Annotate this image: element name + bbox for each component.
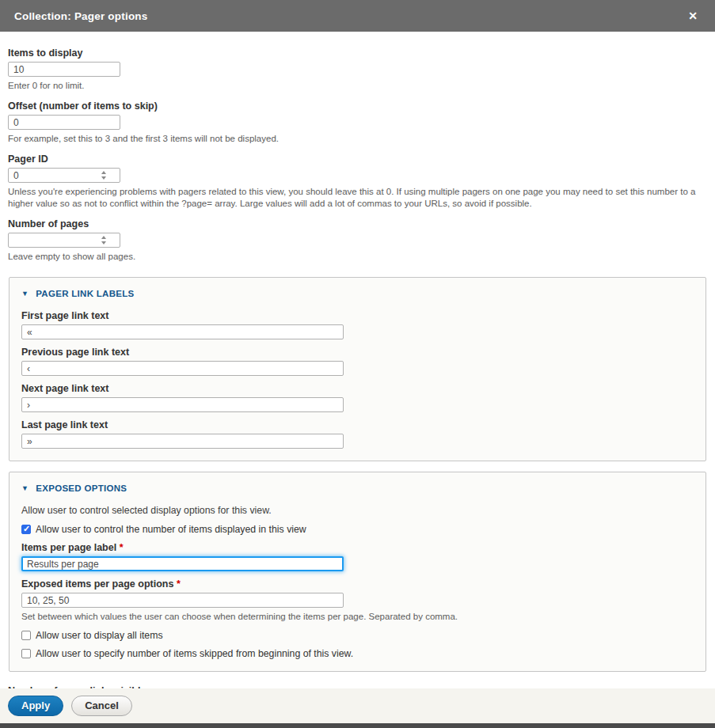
- fieldset-pager-link-labels: ▼ PAGER LINK LABELS First page link text…: [9, 277, 706, 461]
- offset-description: For example, set this to 3 and the first…: [8, 133, 701, 145]
- offset-input[interactable]: [8, 115, 120, 130]
- chevron-down-icon: ▼: [21, 290, 29, 298]
- dialog-title: Collection: Pager options: [14, 10, 685, 22]
- form-item-pager-id: Pager ID Unless you're experiencing prob…: [8, 154, 707, 210]
- number-of-pages-label: Number of pages: [8, 218, 707, 230]
- dialog-action-pane: Apply Cancel: [0, 688, 715, 723]
- number-spinner-icon[interactable]: [100, 171, 107, 180]
- last-page-link-label: Last page link text: [21, 419, 694, 431]
- exposed-options-legend[interactable]: ▼ EXPOSED OPTIONS: [21, 483, 694, 493]
- checkbox-skip-items[interactable]: Allow user to specify number of items sk…: [21, 648, 694, 659]
- form-item-previous-page-link: Previous page link text: [21, 347, 694, 376]
- pager-link-labels-legend[interactable]: ▼ PAGER LINK LABELS: [21, 289, 694, 298]
- required-asterisk: *: [177, 578, 181, 590]
- items-to-display-label: Items to display: [8, 47, 707, 59]
- form-item-items-per-page-label: Items per page label *: [21, 542, 694, 571]
- items-to-display-description: Enter 0 for no limit.: [8, 80, 701, 92]
- form-item-last-page-link: Last page link text: [21, 419, 694, 449]
- exposed-items-options-input[interactable]: [21, 593, 344, 608]
- page-background-strip: [0, 723, 715, 728]
- checkbox-display-all-items-label: Allow user to display all items: [36, 630, 163, 641]
- checkbox-unchecked-icon[interactable]: [21, 631, 31, 640]
- checkbox-checked-icon[interactable]: [21, 525, 31, 534]
- exposed-items-options-label-text: Exposed items per page options: [21, 578, 173, 590]
- fieldset-exposed-options: ▼ EXPOSED OPTIONS Allow user to control …: [9, 472, 706, 672]
- items-per-page-label-label: Items per page label *: [21, 542, 694, 554]
- apply-button[interactable]: Apply: [8, 696, 63, 716]
- exposed-options-description: Allow user to control selected display o…: [21, 505, 694, 516]
- pager-link-labels-legend-text: PAGER LINK LABELS: [36, 289, 134, 298]
- checkbox-display-all-items[interactable]: Allow user to display all items: [21, 630, 694, 641]
- form-item-items-to-display: Items to display Enter 0 for no limit.: [8, 47, 707, 92]
- first-page-link-input[interactable]: [21, 324, 344, 339]
- checkbox-skip-items-label: Allow user to specify number of items sk…: [36, 648, 353, 659]
- dialog-titlebar: Collection: Pager options ✕: [0, 0, 715, 32]
- cancel-button[interactable]: Cancel: [71, 696, 132, 716]
- exposed-options-legend-text: EXPOSED OPTIONS: [36, 483, 127, 493]
- form-item-exposed-items-options: Exposed items per page options * Set bet…: [21, 578, 694, 623]
- close-icon[interactable]: ✕: [685, 9, 701, 23]
- required-asterisk: *: [120, 542, 124, 553]
- pager-id-description: Unless you're experiencing problems with…: [8, 186, 701, 210]
- items-to-display-input[interactable]: [8, 62, 120, 77]
- previous-page-link-input[interactable]: [21, 361, 344, 376]
- offset-label: Offset (number of items to skip): [8, 100, 707, 112]
- items-per-page-label-text: Items per page label: [21, 542, 116, 553]
- items-per-page-label-input[interactable]: [21, 556, 344, 571]
- dialog-body: Items to display Enter 0 for no limit. O…: [0, 32, 715, 728]
- chevron-down-icon: ▼: [21, 485, 29, 492]
- exposed-items-options-label: Exposed items per page options *: [21, 578, 694, 590]
- checkbox-control-items-displayed-label: Allow user to control the number of item…: [36, 524, 306, 535]
- form-item-offset: Offset (number of items to skip) For exa…: [8, 100, 707, 145]
- pager-id-number-wrap: [8, 168, 120, 183]
- first-page-link-label: First page link text: [21, 310, 694, 322]
- form-item-number-of-pages: Number of pages Leave empty to show all …: [8, 218, 707, 263]
- checkbox-unchecked-icon[interactable]: [21, 649, 31, 658]
- next-page-link-label: Next page link text: [21, 383, 694, 395]
- number-of-pages-number-wrap: [8, 233, 120, 248]
- form-item-first-page-link: First page link text: [21, 310, 694, 339]
- number-of-pages-description: Leave empty to show all pages.: [8, 251, 701, 263]
- pager-id-label: Pager ID: [8, 154, 707, 165]
- next-page-link-input[interactable]: [21, 397, 344, 412]
- form-item-next-page-link: Next page link text: [21, 383, 694, 412]
- exposed-items-options-description: Set between which values the user can ch…: [21, 611, 694, 623]
- previous-page-link-label: Previous page link text: [21, 347, 694, 358]
- checkbox-control-items-displayed[interactable]: Allow user to control the number of item…: [21, 524, 694, 535]
- number-spinner-icon[interactable]: [100, 236, 107, 245]
- last-page-link-input[interactable]: [21, 434, 344, 449]
